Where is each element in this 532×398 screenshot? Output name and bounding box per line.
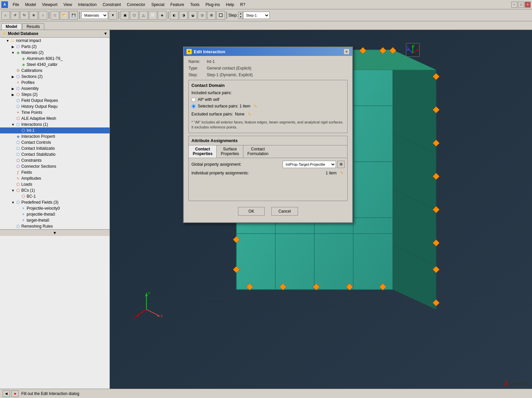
tab-surface-properties[interactable]: Surface Properties [217, 145, 243, 158]
radio-all-with-self[interactable]: All* with self [191, 97, 345, 102]
ok-button[interactable]: OK [238, 207, 265, 216]
tree-toggle-bcs[interactable]: ▼ [11, 188, 15, 193]
tree-interaction-properties[interactable]: ▶ ◈ Interaction Properti [0, 133, 110, 139]
toolbar-btn-view3[interactable]: ◒ [188, 11, 197, 20]
tree-toggle-assembly[interactable]: ▶ [11, 86, 15, 91]
toolbar-btn-view4[interactable]: ◷ [198, 11, 206, 20]
toolbar-btn-view1[interactable]: ◐ [170, 11, 178, 20]
menu-tools[interactable]: Tools [187, 2, 202, 8]
menu-model[interactable]: Model [22, 2, 39, 8]
toolbar-btn-home[interactable]: ⌂ [1, 11, 10, 20]
menu-r[interactable]: R? [237, 2, 248, 8]
menu-special[interactable]: Special [148, 2, 167, 8]
toolbar-btn-redo[interactable]: ↻ [20, 11, 29, 20]
tree-toggle-materials[interactable]: ▼ [11, 50, 15, 55]
menu-interaction[interactable]: Interaction [75, 2, 99, 8]
maximize-button[interactable]: □ [518, 2, 524, 8]
global-property-dropdown[interactable]: IntProp-Target-Projectile [283, 161, 336, 168]
radio-selected-pairs[interactable]: Selected surface pairs: 1 item ✎ [191, 103, 345, 109]
menu-file[interactable]: File [10, 2, 22, 8]
tree-field-output[interactable]: ▶ ⬡ Field Output Reques [0, 98, 110, 103]
statusbar-back-button[interactable]: ◀ [3, 390, 10, 397]
menu-help[interactable]: Help [223, 2, 237, 8]
cancel-button[interactable]: Cancel [271, 207, 298, 216]
tree-history-output[interactable]: ▶ ⬡ History Output Requ [0, 103, 110, 109]
tree-loads[interactable]: ▶ ⬡ Loads [0, 181, 110, 187]
toolbar-btn-save[interactable]: 💾 [69, 11, 78, 20]
close-button[interactable]: × [525, 2, 531, 8]
menu-constraint[interactable]: Constraint [100, 2, 124, 8]
tree-ale[interactable]: ▶ ⬡ ALE Adaptive Mesh [0, 115, 110, 121]
menu-connector[interactable]: Connector [124, 2, 148, 8]
toolbar-btn-view5[interactable]: ⊞ [207, 11, 216, 20]
toolbar-btn-undo[interactable]: ↺ [11, 11, 19, 20]
toolbar-btn-3d5[interactable]: ◈ [158, 11, 166, 20]
toolbar-btn-new[interactable]: □ [51, 11, 59, 20]
tree-amplitudes[interactable]: ▶ ∿ Amplitudes [0, 175, 110, 181]
tree-calibrations[interactable]: ▶ ⚙ Calibrations [0, 68, 110, 74]
tree-toggle-predefined[interactable]: ▼ [11, 200, 15, 205]
step-spin-up[interactable]: ▲ ▼ [238, 12, 243, 19]
tab-contact-formulation[interactable]: Contact Formulation [243, 145, 272, 158]
toolbar-btn-view6[interactable]: 🔲 [216, 11, 225, 20]
toolbar-btn-open[interactable]: 📂 [60, 11, 69, 20]
tree-materials[interactable]: ▼ ◈ Materials (2) [0, 50, 110, 56]
tree-profiles[interactable]: ▶ + Profiles [0, 80, 110, 86]
toolbar-btn-zoom-fit[interactable]: ⊕ [29, 11, 38, 20]
statusbar-stop-button[interactable]: ■ [11, 390, 19, 397]
tree-constraints[interactable]: ▶ ⬡ Constraints [0, 157, 110, 163]
tree-predefined-fields[interactable]: ▼ ⬡ Predefined Fields (3) [0, 199, 110, 205]
toolbar-btn-3d3[interactable]: △ [139, 11, 148, 20]
tree-root[interactable]: ▼ 🗂 normal impact [0, 38, 110, 44]
tree-assembly[interactable]: ▶ ⬡ Assembly [0, 86, 110, 92]
tree-parts[interactable]: ▶ ⬡ Parts (2) [0, 44, 110, 50]
sidebar-arrow[interactable]: ▼ [104, 31, 108, 36]
menu-viewport[interactable]: Viewport [39, 2, 60, 8]
tree-remeshing[interactable]: ▶ ⬡ Remeshing Rules [0, 223, 110, 229]
menu-plugins[interactable]: Plug-ins [203, 2, 222, 8]
dialog-close-button[interactable]: × [344, 49, 350, 55]
tree-proj-vel[interactable]: ▶ + Projectile-velocity0 [0, 205, 110, 211]
tree-contact-init[interactable]: ▶ ⬡ Contact Initializatio [0, 145, 110, 151]
radio-selected-input[interactable] [191, 104, 196, 108]
tree-time-points[interactable]: ▶ + Time Points [0, 109, 110, 115]
tree-toggle-interactions[interactable]: ▼ [11, 122, 15, 127]
excluded-edit-icon[interactable]: ✎ [246, 111, 252, 117]
step-dropdown[interactable]: Step-1 [243, 12, 270, 19]
toolbar-btn-3d1[interactable]: ▣ [121, 11, 129, 20]
radio-all-input[interactable] [191, 98, 196, 102]
tree-proj-theta[interactable]: ▶ + projectile-theta0 [0, 211, 110, 217]
individual-property-edit-icon[interactable]: ✎ [339, 170, 345, 176]
tree-toggle-parts[interactable]: ▶ [11, 44, 15, 49]
toolbar-btn-3d2[interactable]: ⬡ [130, 11, 138, 20]
tree-target-theta[interactable]: ▶ + target-theta0 [0, 217, 110, 223]
global-property-table-icon[interactable]: ⊞ [337, 161, 345, 168]
tree-toggle-sections[interactable]: ▶ [11, 74, 15, 79]
tree-bc1[interactable]: ▶ ⬡ BC-1 [0, 193, 110, 199]
tab-results[interactable]: Results [22, 23, 44, 30]
toolbar-btn-dropdown-arrow[interactable]: ▼ [109, 11, 117, 20]
menu-feature[interactable]: Feature [168, 2, 187, 8]
tree-bcs[interactable]: ▼ ⬡ BCs (1) [0, 187, 110, 193]
toolbar-btn-select[interactable]: ↕ [39, 11, 47, 20]
selected-pairs-edit-icon[interactable]: ✎ [252, 103, 258, 109]
tree-fields[interactable]: ▶ ƒ Fields [0, 169, 110, 175]
tree-contact-stab[interactable]: ▶ ⬡ Contact Stabilizatio [0, 151, 110, 157]
viewport[interactable]: Z Y X Y Z X [110, 30, 532, 389]
tree-steel[interactable]: ▶ ◈ Steel 4340_calibr [0, 62, 110, 68]
tree-interactions[interactable]: ▼ ⬡ Interactions (1) [0, 121, 110, 127]
minimize-button[interactable]: − [511, 2, 517, 8]
toolbar-btn-3d4[interactable]: ⬜ [148, 11, 157, 20]
tree-contact-controls[interactable]: ▶ ⬡ Contact Controls [0, 139, 110, 145]
materials-dropdown[interactable]: Materials [81, 12, 108, 19]
tab-model[interactable]: Model [1, 23, 22, 30]
sidebar-scroll-down[interactable]: ▼ [0, 229, 110, 236]
tree-toggle-root[interactable]: ▼ [5, 38, 10, 43]
menu-view[interactable]: View [61, 2, 75, 8]
tree-connector-sections[interactable]: ▶ ⬡ Connector Sections [0, 163, 110, 169]
tab-contact-properties[interactable]: Contact Properties [189, 145, 217, 158]
tree-steps[interactable]: ▶ ⬡ Steps (2) [0, 92, 110, 98]
tree-sections[interactable]: ▶ ⬡ Sections (2) [0, 74, 110, 80]
tree-toggle-steps[interactable]: ▶ [11, 92, 15, 97]
toolbar-btn-view2[interactable]: ◑ [179, 11, 188, 20]
